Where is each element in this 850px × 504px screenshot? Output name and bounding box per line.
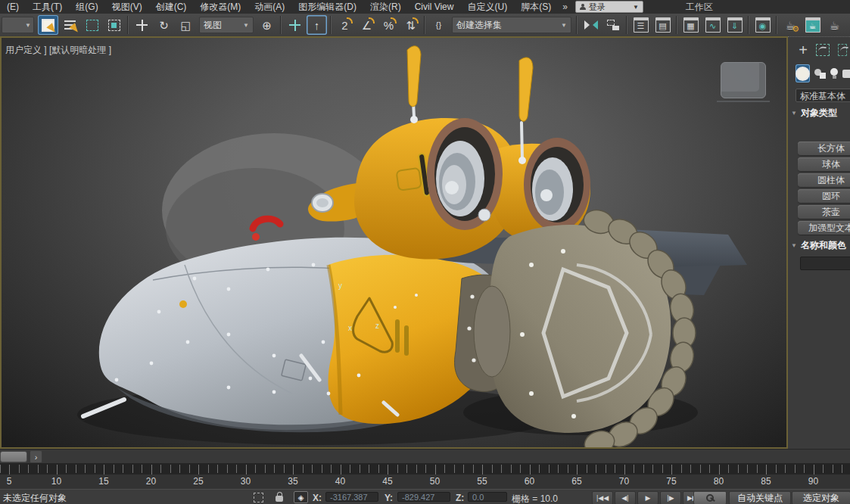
cameras-category-button[interactable]	[842, 64, 850, 82]
hierarchy-tab[interactable]	[835, 40, 850, 60]
object-button-1[interactable]: 长方体	[798, 142, 850, 155]
reference-coordinate-dropdown[interactable]: 视图▼	[199, 17, 254, 33]
magnet-hook-icon	[413, 17, 419, 23]
primitive-category-dropdown[interactable]: 标准基本体	[796, 89, 850, 102]
menu-item[interactable]: 创建(C)	[149, 0, 194, 14]
percent-snap-button[interactable]: %	[378, 15, 399, 35]
viewcube[interactable]	[721, 62, 766, 98]
mirror-icon	[584, 20, 598, 30]
select-object-button[interactable]	[38, 15, 58, 35]
auto-key-button[interactable]: 自动关键点	[729, 491, 791, 504]
workspace-label[interactable]: 工作区	[686, 1, 713, 14]
menu-item[interactable]: Civil View	[408, 0, 461, 14]
login-dropdown[interactable]: 登录 ▼	[575, 1, 643, 13]
frame-tick	[284, 465, 285, 473]
viewport-label[interactable]: 用户定义 ] [默认明暗处理 ]	[5, 44, 111, 57]
schematic-view-icon: ⇓	[727, 17, 743, 33]
align-button[interactable]	[602, 15, 623, 35]
set-key-button[interactable]	[693, 491, 727, 504]
create-tab[interactable]: +	[796, 40, 811, 60]
history-dropdown-stub[interactable]: ▼	[2, 17, 34, 33]
frame-tick	[473, 465, 474, 473]
ribbon-toggle-button[interactable]: ▦	[680, 15, 701, 35]
login-label: 登录	[589, 2, 630, 13]
edit-named-selections-button[interactable]: {}	[428, 15, 449, 35]
menu-item[interactable]: 视图(V)	[105, 0, 149, 14]
perspective-viewport[interactable]: 用户定义 ] [默认明暗处理 ]	[0, 36, 788, 449]
go-to-start-button[interactable]: |◀◀	[592, 491, 613, 504]
object-button-4[interactable]: 圆环	[798, 189, 850, 203]
angle-snap-button[interactable]: ∠	[357, 15, 377, 35]
track-bar[interactable]: 51015202530354045505560657075808590	[0, 463, 850, 489]
schematic-view-button[interactable]: ⇓	[724, 15, 745, 35]
isolate-selection-icon[interactable]	[254, 493, 263, 502]
magnet-hook-icon	[369, 17, 375, 23]
render-production-button[interactable]: ☕	[824, 15, 845, 35]
material-editor-button[interactable]: ◉	[752, 15, 773, 35]
rendered-frame-window-button[interactable]: ☕	[802, 15, 823, 35]
select-by-name-button[interactable]	[60, 15, 80, 35]
time-slider-handle[interactable]	[0, 451, 27, 462]
object-button-3[interactable]: 圆柱体	[798, 173, 850, 187]
z-coordinate-field[interactable]: 0.0	[468, 492, 507, 502]
y-coordinate-field[interactable]: -829.427	[397, 492, 450, 502]
menu-item[interactable]: 渲染(R)	[363, 0, 408, 14]
play-button[interactable]: ▶	[637, 491, 659, 504]
keyboard-override-button[interactable]: ↑	[307, 15, 327, 35]
menu-overflow-chevron-icon[interactable]: »	[558, 2, 572, 12]
menu-item[interactable]: 脚本(S)	[514, 0, 558, 14]
frame-tick	[416, 465, 417, 473]
lights-category-button[interactable]	[830, 64, 838, 82]
menu-item[interactable]: 自定义(U)	[460, 0, 514, 14]
scene-explorer-button[interactable]: ☰	[630, 15, 651, 35]
use-pivot-center-button[interactable]: ⊕	[257, 15, 277, 35]
frame-number-label: 85	[761, 476, 771, 487]
set-key-target-button[interactable]: 选定对象	[792, 491, 850, 504]
modify-tab[interactable]	[815, 40, 830, 60]
frame-tick	[444, 465, 445, 473]
menu-item[interactable]: 动画(A)	[248, 0, 291, 14]
open-mini-curve-editor-button[interactable]: ›	[30, 450, 42, 463]
curve-editor-button[interactable]: ∿	[702, 15, 723, 35]
mirror-button[interactable]	[581, 15, 601, 35]
menu-item[interactable]: 组(G)	[69, 0, 104, 14]
select-manipulate-button[interactable]	[285, 15, 305, 35]
geometry-icon	[796, 67, 810, 81]
frame-tick	[217, 465, 218, 473]
next-frame-button[interactable]: |▶	[660, 491, 681, 504]
previous-frame-button[interactable]: ◀|	[615, 491, 636, 504]
window-crossing-button[interactable]	[104, 15, 124, 35]
object-type-rollout[interactable]: ▼ 对象类型	[791, 107, 850, 120]
object-button-5[interactable]: 茶壶	[798, 205, 850, 219]
menu-item[interactable]: (E)	[0, 0, 26, 14]
geometry-category-button[interactable]	[796, 64, 810, 82]
frame-number-label: 80	[714, 476, 724, 487]
select-rotate-button[interactable]: ↻	[154, 15, 174, 35]
x-coordinate-field[interactable]: -3167.387	[325, 492, 378, 502]
chevron-down-icon: ▼	[561, 22, 567, 29]
menu-item[interactable]: 图形编辑器(D)	[291, 0, 363, 14]
frame-tick	[833, 465, 833, 473]
named-selection-set-dropdown[interactable]: 创建选择集▼	[452, 17, 571, 33]
selection-region-button[interactable]	[82, 15, 102, 35]
magnet-hook-icon	[391, 17, 397, 23]
selection-lock-icon[interactable]	[276, 496, 283, 502]
select-scale-button[interactable]: ◱	[176, 15, 196, 35]
object-button-2[interactable]: 球体	[798, 157, 850, 171]
frame-tick	[331, 465, 332, 473]
object-name-field[interactable]	[800, 257, 850, 270]
shapes-category-button[interactable]	[814, 64, 826, 82]
layer-explorer-button[interactable]: ▤	[652, 15, 673, 35]
frame-number-label: 20	[146, 476, 156, 487]
menu-item[interactable]: 工具(T)	[26, 0, 69, 14]
snap-toggle-button[interactable]: 2	[335, 15, 355, 35]
frame-tick	[454, 465, 455, 473]
render-setup-button[interactable]: ☕⚙	[780, 15, 801, 35]
ribbon-toggle-icon: ▦	[683, 17, 699, 33]
spinner-snap-button[interactable]: ⇅	[400, 15, 421, 35]
object-button-6[interactable]: 加强型文本	[798, 221, 850, 235]
select-move-button[interactable]	[132, 15, 152, 35]
transform-gizmo-icon[interactable]: ◈	[294, 491, 308, 503]
name-color-rollout[interactable]: ▼ 名称和颜色	[791, 239, 850, 252]
menu-item[interactable]: 修改器(M)	[193, 0, 248, 14]
